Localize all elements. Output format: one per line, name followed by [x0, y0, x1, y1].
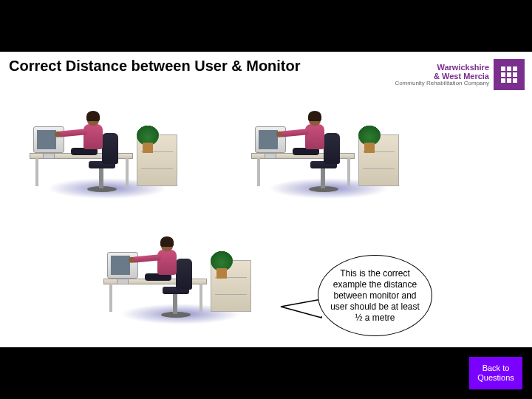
brand-line3: Community Rehabilitation Company: [395, 81, 489, 87]
back-to-questions-button[interactable]: Back to Questions: [469, 357, 522, 389]
slide-title: Correct Distance between User & Monitor: [9, 58, 301, 75]
brand-text: Warwickshire & West Mercia Community Reh…: [395, 63, 489, 87]
workstation-illustration-2: [244, 89, 414, 200]
workstation-illustration-3: [96, 214, 266, 325]
brand-logo: Warwickshire & West Mercia Community Reh…: [395, 59, 525, 90]
brand-line2: & West Mercia: [395, 72, 489, 81]
speech-callout: This is the correct example the distance…: [318, 255, 432, 336]
callout-text: This is the correct example the distance…: [327, 268, 423, 324]
brand-line1: Warwickshire: [395, 63, 489, 72]
slide-content: Correct Distance between User & Monitor …: [0, 52, 532, 347]
workstation-illustration-1: [22, 89, 192, 200]
brand-icon: [494, 59, 525, 90]
